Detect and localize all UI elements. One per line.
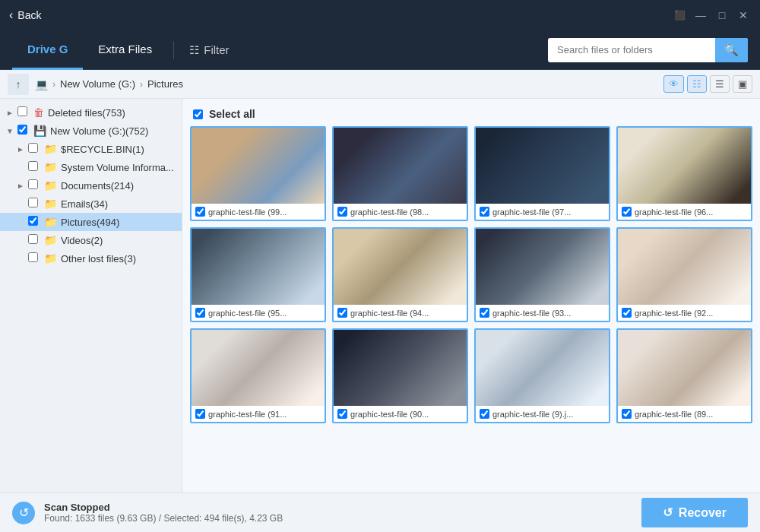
window-controls: ⬛ — □ ✕ xyxy=(672,9,751,21)
scan-status-icon: ↺ xyxy=(12,502,35,524)
search-input[interactable] xyxy=(548,40,715,60)
photo-card-11[interactable]: graphic-test-file (9).j... xyxy=(474,328,610,423)
search-button[interactable]: 🔍 xyxy=(715,38,748,62)
maximize-icon[interactable]: □ xyxy=(714,9,730,21)
filter-icon: ☷ xyxy=(189,43,199,57)
grid-view-button[interactable]: ☷ xyxy=(687,75,707,93)
photo-caption-7: graphic-test-file (93... xyxy=(476,305,609,321)
photo-checkbox-7[interactable] xyxy=(480,308,489,318)
photo-card-4[interactable]: graphic-test-file (96... xyxy=(616,126,752,221)
breadcrumb-actions: 👁 ☷ ☰ ▣ xyxy=(663,75,752,93)
titlebar: ‹ Back ⬛ — □ ✕ xyxy=(0,0,760,30)
breadcrumb-sep-1: › xyxy=(52,79,55,90)
scan-status-title: Scan Stopped xyxy=(44,502,283,513)
search-box[interactable]: 🔍 xyxy=(548,38,748,62)
photo-checkbox-5[interactable] xyxy=(195,308,205,318)
recover-button[interactable]: ↺ Recover xyxy=(641,498,748,527)
photo-caption-5: graphic-test-file (95... xyxy=(192,305,325,321)
photo-card-1[interactable]: graphic-test-file (99... xyxy=(190,126,326,221)
filter-label: Filter xyxy=(204,43,229,56)
photo-checkbox-1[interactable] xyxy=(195,207,205,217)
drive-icon: 💾 xyxy=(33,125,46,137)
select-all-label[interactable]: Select all xyxy=(209,108,255,120)
photo-card-2[interactable]: graphic-test-file (98... xyxy=(332,126,468,221)
sidebar-item-deleted-label: Deleted files(753) xyxy=(48,107,125,119)
expand-arrow-down-icon: ▼ xyxy=(5,127,15,135)
up-arrow-icon: ↑ xyxy=(16,78,21,90)
sidebar-item-emails[interactable]: 📁 Emails(34) xyxy=(0,195,182,213)
navigate-up-button[interactable]: ↑ xyxy=(8,74,29,95)
photo-card-6[interactable]: graphic-test-file (94... xyxy=(332,227,468,322)
breadcrumb-drive[interactable]: New Volume (G:) xyxy=(60,78,135,90)
photo-caption-3: graphic-test-file (97... xyxy=(476,204,609,220)
sidebar-item-sysvolinfo[interactable]: 📁 System Volume Informa... xyxy=(0,158,182,176)
sidebar-item-pictures-label: Pictures(494) xyxy=(61,217,119,228)
sidebar-item-srecycle[interactable]: ► 📁 $RECYCLE.BIN(1) xyxy=(0,140,182,158)
photo-thumbnail-2 xyxy=(334,128,467,204)
sidebar-item-pictures[interactable]: 📁 Pictures(494) xyxy=(0,213,182,231)
sidebar-item-videos[interactable]: 📁 Videos(2) xyxy=(0,231,182,249)
photo-name-9: graphic-test-file (91... xyxy=(208,410,287,419)
documents-checkbox[interactable] xyxy=(28,179,40,192)
folder-icon-documents: 📁 xyxy=(44,179,57,192)
pictures-checkbox[interactable] xyxy=(28,216,40,228)
photo-thumbnail-12 xyxy=(618,330,751,406)
back-button[interactable]: ‹ Back xyxy=(9,8,41,22)
photo-checkbox-11[interactable] xyxy=(480,409,489,419)
photo-name-1: graphic-test-file (99... xyxy=(208,207,287,217)
close-icon[interactable]: ✕ xyxy=(736,9,751,21)
photo-checkbox-6[interactable] xyxy=(337,308,347,318)
photo-name-4: graphic-test-file (96... xyxy=(635,207,713,217)
minimize-icon[interactable]: — xyxy=(693,9,708,21)
deleted-checkbox[interactable] xyxy=(17,106,30,119)
sidebar-item-sysvolinfo-label: System Volume Informa... xyxy=(61,162,174,173)
sidebar-item-deleted[interactable]: ► 🗑 Deleted files(753) xyxy=(0,103,182,122)
photo-name-2: graphic-test-file (98... xyxy=(350,207,429,217)
filter-button[interactable]: ☷ Filter xyxy=(180,43,238,57)
sidebar-item-other[interactable]: 📁 Other lost files(3) xyxy=(0,249,182,268)
tab-extra-files[interactable]: Extra Files xyxy=(83,30,167,70)
detail-view-button[interactable]: ▣ xyxy=(733,75,752,93)
sidebar-item-other-label: Other lost files(3) xyxy=(61,253,136,264)
list-view-button[interactable]: ☰ xyxy=(710,75,730,93)
drive-icon: 💻 xyxy=(35,78,48,90)
photo-card-8[interactable]: graphic-test-file (92... xyxy=(616,227,752,322)
photo-caption-4: graphic-test-file (96... xyxy=(618,204,751,220)
photo-card-10[interactable]: graphic-test-file (90... xyxy=(332,328,468,423)
scan-status-detail: Found: 1633 files (9.63 GB) / Selected: … xyxy=(44,513,283,524)
photo-checkbox-2[interactable] xyxy=(337,207,347,217)
sidebar-item-new-volume[interactable]: ▼ 💾 New Volume (G:)(752) xyxy=(0,122,182,140)
tab-extra-files-label: Extra Files xyxy=(98,43,152,55)
sidebar-item-documents-label: Documents(214) xyxy=(61,180,134,192)
breadcrumb-folder[interactable]: Pictures xyxy=(147,78,183,90)
photo-checkbox-3[interactable] xyxy=(480,207,489,217)
preview-toggle-button[interactable]: 👁 xyxy=(663,75,684,93)
photo-checkbox-10[interactable] xyxy=(337,409,347,419)
photo-checkbox-4[interactable] xyxy=(622,207,632,217)
photo-card-9[interactable]: graphic-test-file (91... xyxy=(190,328,326,423)
photo-card-5[interactable]: graphic-test-file (95... xyxy=(190,227,326,322)
select-all-checkbox[interactable] xyxy=(193,109,203,119)
emails-checkbox[interactable] xyxy=(28,198,40,210)
photo-caption-1: graphic-test-file (99... xyxy=(192,204,325,220)
folder-icon-emails: 📁 xyxy=(44,198,57,210)
srecycle-checkbox[interactable] xyxy=(28,143,40,155)
other-checkbox[interactable] xyxy=(28,252,40,264)
folder-icon-pictures: 📁 xyxy=(44,216,57,228)
folder-icon-videos: 📁 xyxy=(44,234,57,246)
photo-checkbox-8[interactable] xyxy=(622,308,632,318)
photo-content-area[interactable]: Select all graphic-test-file (99... grap… xyxy=(182,99,760,492)
sidebar-item-documents[interactable]: ► 📁 Documents(214) xyxy=(0,176,182,195)
photo-card-7[interactable]: graphic-test-file (93... xyxy=(474,227,610,322)
tab-drive-g[interactable]: Drive G xyxy=(12,30,83,70)
photo-card-12[interactable]: graphic-test-file (89... xyxy=(616,328,752,423)
sysvolinfo-checkbox[interactable] xyxy=(28,161,40,173)
photo-name-12: graphic-test-file (89... xyxy=(635,410,713,419)
photo-checkbox-9[interactable] xyxy=(195,409,205,419)
new-volume-checkbox[interactable] xyxy=(17,125,30,137)
photo-checkbox-12[interactable] xyxy=(622,409,632,419)
file-tree-sidebar: ► 🗑 Deleted files(753) ▼ 💾 New Volume (G… xyxy=(0,99,182,492)
restore-down-icon[interactable]: ⬛ xyxy=(672,10,687,21)
photo-card-3[interactable]: graphic-test-file (97... xyxy=(474,126,610,221)
videos-checkbox[interactable] xyxy=(28,234,40,246)
